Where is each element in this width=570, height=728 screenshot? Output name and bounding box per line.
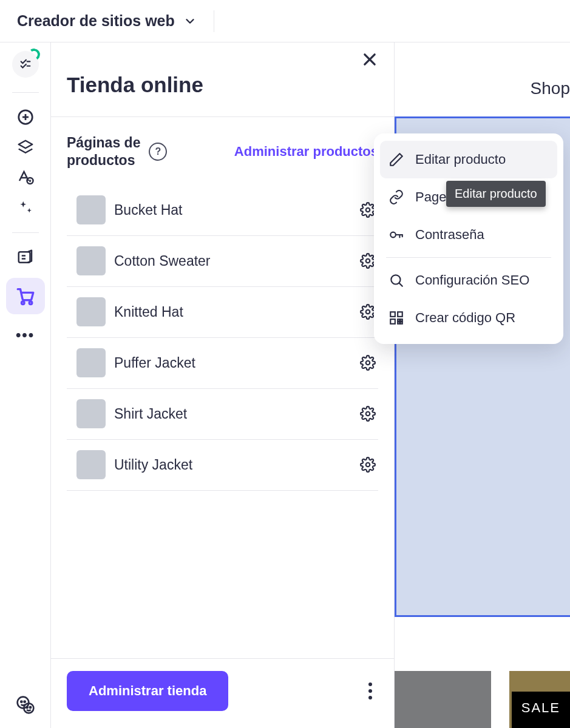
icon-rail: •••: [0, 42, 51, 728]
product-name: Bucket Hat: [114, 202, 183, 218]
svg-line-33: [399, 283, 402, 286]
link-icon: [388, 189, 404, 205]
product-row[interactable]: Shirt Jacket: [67, 389, 378, 440]
product-name: Utility Jacket: [114, 457, 192, 473]
svg-point-24: [366, 310, 370, 314]
svg-point-28: [390, 232, 396, 238]
close-icon[interactable]: [361, 51, 378, 68]
ctx-label: Crear código QR: [415, 310, 515, 326]
manage-products-link[interactable]: Administrar productos: [234, 144, 378, 160]
blog-icon[interactable]: [16, 248, 35, 267]
divider: [214, 10, 214, 32]
svg-rect-9: [18, 252, 30, 263]
product-thumbnail: [76, 246, 106, 275]
ctx-label: Configuración SEO: [415, 272, 529, 288]
product-name: Knitted Hat: [114, 304, 183, 320]
svg-marker-5: [18, 141, 32, 149]
shop-nav-label[interactable]: Shop: [531, 79, 570, 98]
sparkle-icon[interactable]: [16, 198, 35, 218]
sale-badge: SALE: [512, 692, 570, 728]
svg-point-15: [21, 701, 22, 703]
svg-point-23: [366, 259, 370, 263]
gear-icon[interactable]: [360, 355, 376, 371]
product-pages-header: Páginas de productos ? Administrar produ…: [51, 117, 394, 185]
divider: [386, 257, 551, 258]
product-name: Puffer Jacket: [114, 355, 195, 371]
svg-point-16: [24, 701, 25, 703]
product-row[interactable]: Knitted Hat: [67, 287, 378, 338]
topbar: Creador de sitios web: [0, 0, 570, 42]
canvas-product-thumbnail[interactable]: SALE: [509, 671, 570, 728]
gear-icon[interactable]: [360, 457, 376, 473]
canvas-products-row: SALE: [395, 671, 570, 728]
chevron-down-icon[interactable]: [183, 15, 197, 28]
divider: [12, 92, 39, 93]
panel-title: Tienda online: [51, 42, 394, 117]
svg-point-25: [366, 361, 370, 365]
help-icon[interactable]: ?: [149, 143, 167, 161]
progress-indicator[interactable]: [12, 51, 39, 78]
context-menu: Editar producto Page Contraseña Configur…: [374, 133, 563, 344]
product-row[interactable]: Bucket Hat: [67, 185, 378, 236]
svg-point-12: [21, 302, 24, 305]
pencil-icon: [388, 152, 404, 167]
product-row[interactable]: Utility Jacket: [67, 440, 378, 491]
svg-rect-34: [390, 312, 395, 317]
section-title: Páginas de productos: [67, 134, 140, 169]
ctx-label: Page: [415, 189, 446, 205]
product-list: Bucket Hat Cotton Sweater Knitted Hat Pu…: [51, 185, 394, 659]
svg-point-26: [366, 412, 370, 416]
ctx-label: Contraseña: [415, 227, 484, 243]
more-icon[interactable]: •••: [16, 325, 35, 345]
product-thumbnail: [76, 348, 106, 377]
ctx-label: Editar producto: [415, 152, 506, 167]
product-thumbnail: [76, 195, 106, 224]
product-name: Cotton Sweater: [114, 253, 211, 269]
svg-point-22: [366, 208, 370, 212]
product-name: Shirt Jacket: [114, 406, 187, 422]
svg-rect-35: [398, 312, 402, 317]
svg-point-13: [29, 302, 32, 305]
styles-icon[interactable]: [16, 168, 35, 187]
ctx-password[interactable]: Contraseña: [380, 216, 557, 254]
ctx-seo[interactable]: Configuración SEO: [380, 261, 557, 299]
svg-rect-38: [401, 322, 402, 324]
product-thumbnail: [76, 450, 106, 479]
svg-point-19: [30, 707, 31, 708]
more-options-icon[interactable]: [368, 682, 372, 699]
canvas-product-thumbnail[interactable]: [395, 671, 491, 728]
product-row[interactable]: Puffer Jacket: [67, 338, 378, 389]
store-panel: Tienda online Páginas de productos ? Adm…: [51, 42, 395, 728]
tooltip: Editar producto: [446, 181, 546, 207]
product-row[interactable]: Cotton Sweater: [67, 236, 378, 287]
search-icon: [388, 272, 404, 288]
add-icon[interactable]: [16, 107, 35, 127]
svg-rect-37: [398, 319, 399, 321]
svg-point-18: [27, 707, 28, 708]
gear-icon[interactable]: [360, 406, 376, 422]
layers-icon[interactable]: [16, 138, 35, 157]
store-icon[interactable]: [6, 278, 45, 314]
panel-footer: Administrar tienda: [51, 658, 394, 728]
ctx-qr[interactable]: Crear código QR: [380, 299, 557, 337]
svg-rect-39: [398, 322, 399, 324]
key-icon: [388, 227, 404, 243]
site-builder-dropdown-label[interactable]: Creador de sitios web: [17, 12, 175, 30]
feedback-icon[interactable]: [16, 695, 35, 715]
divider: [12, 232, 39, 233]
svg-rect-40: [401, 319, 402, 321]
manage-store-button[interactable]: Administrar tienda: [67, 671, 228, 711]
qr-icon: [388, 310, 404, 326]
ctx-edit-product[interactable]: Editar producto: [380, 141, 557, 178]
svg-rect-36: [390, 319, 395, 324]
svg-point-8: [29, 180, 30, 181]
svg-point-27: [366, 463, 370, 467]
product-thumbnail: [76, 297, 106, 326]
product-thumbnail: [76, 399, 106, 428]
